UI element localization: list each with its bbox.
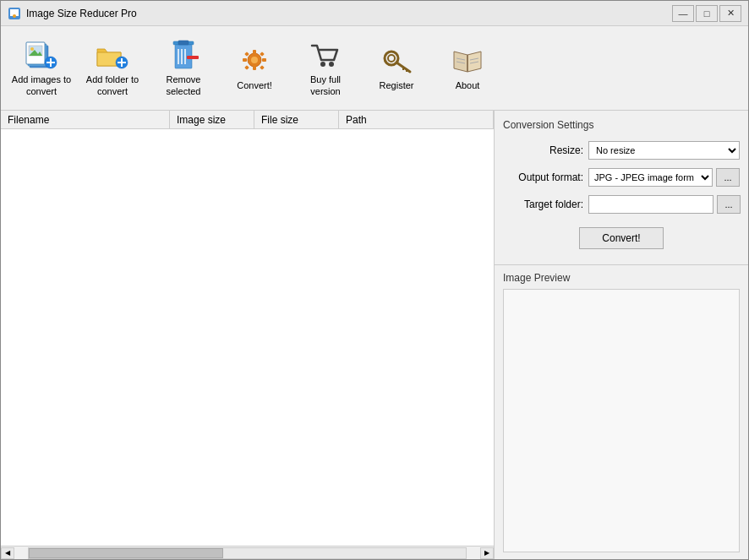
- col-header-path: Path: [339, 111, 494, 128]
- convert-icon: [238, 45, 271, 77]
- close-button[interactable]: ✕: [719, 5, 741, 22]
- maximize-button[interactable]: □: [696, 5, 718, 22]
- add-folder-icon: [96, 39, 129, 71]
- register-label: Register: [380, 80, 414, 91]
- main-area: Filename Image size File size Path ◀ ▶ C…: [1, 111, 748, 559]
- right-panel: Conversion Settings Resize: No resize Cu…: [495, 111, 748, 559]
- add-images-button[interactable]: Add images to convert: [8, 32, 75, 105]
- col-header-filename: Filename: [1, 111, 170, 128]
- add-folder-label: Add folder to convert: [81, 74, 144, 96]
- about-button[interactable]: About: [434, 32, 501, 105]
- register-button[interactable]: Register: [363, 32, 430, 105]
- remove-selected-label: Remove selected: [152, 74, 215, 96]
- output-format-label: Output format:: [503, 171, 583, 183]
- main-convert-button[interactable]: Convert!: [579, 227, 664, 249]
- resize-label: Resize:: [503, 144, 583, 156]
- minimize-button[interactable]: —: [672, 5, 694, 22]
- svg-rect-24: [253, 50, 256, 54]
- title-bar: Image Size Reducer Pro — □ ✕: [1, 1, 748, 26]
- svg-point-33: [329, 62, 334, 67]
- svg-rect-21: [187, 56, 199, 59]
- remove-icon: [167, 39, 200, 71]
- svg-rect-17: [178, 41, 189, 45]
- file-list-panel: Filename Image size File size Path ◀ ▶: [1, 111, 495, 559]
- conversion-settings: Conversion Settings Resize: No resize Cu…: [495, 111, 748, 265]
- buy-full-label: Buy full version: [294, 74, 357, 96]
- conversion-settings-title: Conversion Settings: [503, 119, 740, 131]
- col-header-filesize: File size: [254, 111, 339, 128]
- svg-rect-26: [243, 58, 247, 62]
- file-list-content[interactable]: [1, 129, 494, 546]
- title-bar-controls: — □ ✕: [672, 5, 741, 22]
- buy-icon: [309, 39, 342, 71]
- svg-rect-31: [260, 65, 265, 70]
- about-icon: [451, 45, 484, 77]
- buy-full-button[interactable]: Buy full version: [292, 32, 359, 105]
- svg-point-2: [13, 14, 16, 18]
- add-images-icon: [25, 39, 58, 71]
- image-preview-title: Image Preview: [503, 272, 740, 284]
- scroll-right-arrow[interactable]: ▶: [480, 547, 494, 559]
- title-bar-left: Image Size Reducer Pro: [8, 7, 137, 20]
- add-images-label: Add images to convert: [10, 74, 73, 96]
- resize-row: Resize: No resize Custom 50% 25%: [503, 141, 740, 160]
- svg-rect-28: [244, 52, 249, 57]
- image-preview-area: [503, 289, 740, 552]
- svg-rect-29: [260, 52, 265, 57]
- convert-btn-row: Convert!: [503, 227, 740, 249]
- resize-control: No resize Custom 50% 25%: [588, 141, 740, 160]
- output-format-row: Output format: JPG - JPEG image form PNG…: [503, 168, 740, 187]
- resize-select[interactable]: No resize Custom 50% 25%: [588, 141, 740, 160]
- window-title: Image Size Reducer Pro: [26, 8, 137, 19]
- target-folder-input[interactable]: [588, 195, 713, 214]
- app-icon: [8, 7, 21, 20]
- about-label: About: [456, 80, 480, 91]
- remove-selected-button[interactable]: Remove selected: [150, 32, 217, 105]
- output-format-control: JPG - JPEG image form PNG - Portable Net…: [588, 168, 740, 187]
- svg-point-7: [30, 47, 34, 51]
- svg-rect-27: [262, 58, 266, 62]
- svg-point-32: [320, 62, 325, 67]
- image-preview-panel: Image Preview: [495, 265, 748, 559]
- horizontal-scrollbar[interactable]: ◀ ▶: [1, 546, 494, 559]
- svg-point-23: [251, 57, 258, 63]
- svg-rect-25: [253, 66, 256, 70]
- scroll-track[interactable]: [28, 547, 467, 559]
- main-window: Image Size Reducer Pro — □ ✕: [0, 0, 749, 560]
- scroll-left-arrow[interactable]: ◀: [1, 547, 14, 559]
- file-list-header: Filename Image size File size Path: [1, 111, 494, 129]
- convert-label: Convert!: [237, 80, 272, 91]
- output-format-browse-button[interactable]: ...: [716, 168, 740, 187]
- target-folder-control: ...: [588, 195, 741, 214]
- register-icon: [380, 45, 413, 77]
- target-folder-browse-button[interactable]: ...: [717, 195, 741, 214]
- scroll-thumb[interactable]: [29, 548, 223, 558]
- col-header-imagesize: Image size: [170, 111, 254, 128]
- svg-rect-30: [244, 65, 249, 70]
- add-folder-button[interactable]: Add folder to convert: [79, 32, 146, 105]
- target-folder-row: Target folder: ...: [503, 195, 740, 214]
- toolbar: Add images to convert Add folder to conv…: [1, 26, 748, 111]
- output-format-select[interactable]: JPG - JPEG image form PNG - Portable Net…: [588, 168, 713, 187]
- convert-button[interactable]: Convert!: [221, 32, 288, 105]
- svg-point-35: [388, 55, 395, 62]
- target-folder-label: Target folder:: [503, 198, 583, 210]
